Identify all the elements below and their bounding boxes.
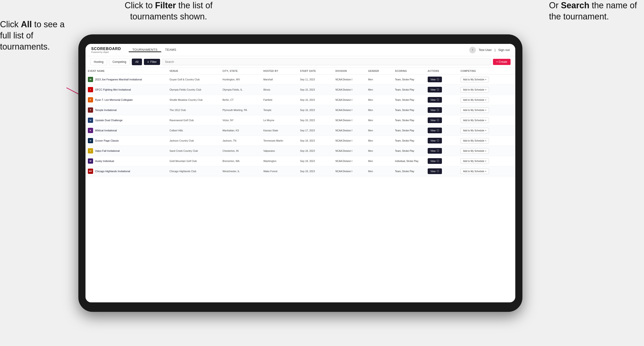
division-1: NCAA Division I — [333, 74, 366, 85]
actions-4: View ⓘ — [425, 105, 458, 115]
venue-9: Gold Mountain Golf Club — [167, 156, 220, 166]
add-schedule-button-6[interactable]: Add to My Schedule + — [460, 128, 489, 133]
col-header-competing: COMPETING — [458, 68, 515, 74]
view-icon-1: ⓘ — [437, 78, 439, 81]
division-8: NCAA Division I — [333, 146, 366, 156]
view-button-10[interactable]: View ⓘ — [428, 168, 442, 174]
table-row: I OFCC Fighting Illini Invitational Olym… — [86, 85, 515, 95]
date-3: Sep 16, 2023 — [298, 95, 333, 105]
gender-5: Men — [366, 115, 392, 126]
city-9: Bremerton, WA — [220, 156, 261, 166]
hosted-8: Valparaiso — [261, 146, 298, 156]
hosted-1: Marshall — [261, 74, 298, 85]
venue-3: Shuttle Meadow Country Club — [167, 95, 220, 105]
view-button-5[interactable]: View ⓘ — [428, 117, 442, 123]
scoring-1: Team, Stroke Play — [392, 74, 425, 85]
event-name-cell-5: U Upstate Dual Challenge — [86, 115, 167, 126]
event-name-9: Husky Individual — [95, 160, 114, 163]
team-logo-5: U — [88, 118, 93, 123]
scoring-3: Team, Stroke Play — [392, 95, 425, 105]
competing-2: Add to My Schedule + — [458, 85, 515, 95]
event-name-6: Wildcat Invitational — [95, 129, 117, 132]
scoring-5: Team, Stroke Play — [392, 115, 425, 126]
competing-6: Add to My Schedule + — [458, 126, 515, 136]
city-10: Westchester, IL — [220, 166, 261, 176]
hosted-10: Wake Forest — [261, 166, 298, 176]
avatar: T — [469, 47, 476, 53]
date-6: Sep 17, 2023 — [298, 126, 333, 136]
view-button-6[interactable]: View ⓘ — [428, 128, 442, 133]
add-schedule-button-3[interactable]: Add to My Schedule + — [460, 97, 489, 103]
competing-9: Add to My Schedule + — [458, 156, 515, 166]
actions-5: View ⓘ — [425, 115, 458, 126]
col-header-actions: ACTIONS — [425, 68, 458, 74]
team-logo-1: M — [88, 77, 93, 82]
header-left: SCOREBOARD Powered by clippd TOURNAMENTS… — [91, 47, 180, 53]
tab-all[interactable]: All — [132, 59, 142, 65]
filter-icon: ≡ — [147, 60, 149, 64]
tab-hosting[interactable]: Hosting — [90, 59, 107, 65]
event-name-cell-3: F Ryan T. Lee Memorial Collegiate — [86, 95, 167, 105]
table-row: K Wildcat Invitational Colbert Hills Man… — [86, 126, 515, 136]
search-input[interactable] — [162, 59, 491, 65]
add-schedule-button-5[interactable]: Add to My Schedule + — [460, 118, 489, 123]
division-5: NCAA Division I — [333, 115, 366, 126]
view-button-1[interactable]: View ⓘ — [428, 77, 442, 82]
scoring-10: Team, Stroke Play — [392, 166, 425, 176]
col-header-division: DIVISION — [333, 68, 366, 74]
logo-subtitle: Powered by clippd — [91, 51, 121, 53]
date-1: Sep 11, 2023 — [298, 74, 333, 85]
view-icon-6: ⓘ — [437, 129, 439, 132]
hosted-9: Washington — [261, 156, 298, 166]
view-button-2[interactable]: View ⓘ — [428, 87, 442, 92]
add-schedule-button-9[interactable]: Add to My Schedule + — [460, 159, 489, 164]
table-row: G Grover Page Classic Jackson Country Cl… — [86, 136, 515, 146]
add-schedule-button-1[interactable]: Add to My Schedule + — [460, 77, 489, 82]
actions-1: View ⓘ — [425, 74, 458, 85]
view-button-8[interactable]: View ⓘ — [428, 148, 442, 154]
gender-1: Men — [366, 74, 392, 85]
team-logo-8: V — [88, 148, 93, 154]
event-name-5: Upstate Dual Challenge — [95, 119, 122, 122]
sign-out-link[interactable]: Sign out — [498, 48, 510, 52]
create-button[interactable]: + Create — [493, 59, 510, 65]
competing-3: Add to My Schedule + — [458, 95, 515, 105]
view-button-7[interactable]: View ⓘ — [428, 138, 442, 144]
date-8: Sep 18, 2023 — [298, 146, 333, 156]
view-button-3[interactable]: View ⓘ — [428, 97, 442, 103]
nav-tournaments[interactable]: TOURNAMENTS — [129, 48, 162, 52]
add-schedule-button-4[interactable]: Add to My Schedule + — [460, 107, 489, 113]
logo-title: SCOREBOARD — [91, 47, 121, 51]
col-header-venue: VENUE — [167, 68, 220, 74]
venue-1: Guyan Golf & Country Club — [167, 74, 220, 85]
actions-7: View ⓘ — [425, 136, 458, 146]
city-3: Berlin, CT — [220, 95, 261, 105]
filter-button[interactable]: ≡ Filter — [144, 59, 160, 65]
nav-teams[interactable]: TEAMS — [161, 48, 180, 52]
team-logo-9: W — [88, 159, 93, 164]
venue-4: The 1912 Club — [167, 105, 220, 115]
table-row: WF Chicago Highlands Invitational Chicag… — [86, 166, 515, 176]
tab-competing[interactable]: Competing — [109, 59, 130, 65]
event-name-1: 2023 Joe Feaganes Marshall Invitational — [95, 78, 142, 81]
city-4: Plymouth Meeting, PA — [220, 105, 261, 115]
add-schedule-button-2[interactable]: Add to My Schedule + — [460, 87, 489, 92]
gender-4: Men — [366, 105, 392, 115]
division-4: NCAA Division I — [333, 105, 366, 115]
view-button-4[interactable]: View ⓘ — [428, 107, 442, 113]
division-3: NCAA Division I — [333, 95, 366, 105]
col-header-gender: GENDER — [366, 68, 392, 74]
add-schedule-button-8[interactable]: Add to My Schedule + — [460, 148, 489, 154]
competing-7: Add to My Schedule + — [458, 136, 515, 146]
toolbar: Hosting Competing All ≡ Filter + Create — [86, 56, 515, 68]
view-button-9[interactable]: View ⓘ — [428, 158, 442, 164]
add-schedule-button-7[interactable]: Add to My Schedule + — [460, 138, 489, 144]
table-container: EVENT NAME VENUE CITY, STATE HOSTED BY S… — [86, 68, 515, 302]
view-icon-3: ⓘ — [437, 98, 439, 102]
team-logo-10: WF — [88, 169, 93, 174]
add-schedule-button-10[interactable]: Add to My Schedule + — [460, 169, 489, 174]
view-icon-9: ⓘ — [437, 159, 439, 163]
event-name-cell-7: G Grover Page Classic — [86, 136, 167, 146]
actions-6: View ⓘ — [425, 126, 458, 136]
competing-1: Add to My Schedule + — [458, 74, 515, 85]
